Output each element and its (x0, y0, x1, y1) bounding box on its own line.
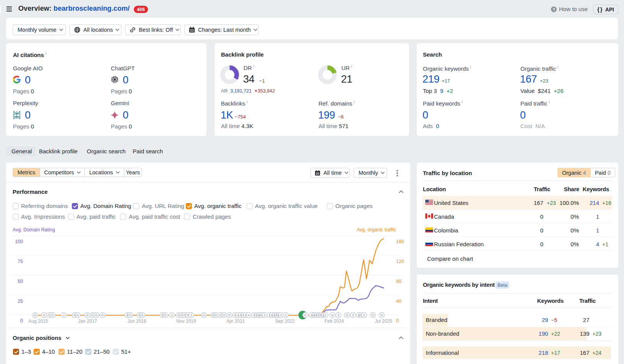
svg-text:160: 160 (396, 239, 404, 244)
svg-text:2: 2 (284, 313, 286, 317)
svg-text:Sep 2022: Sep 2022 (275, 318, 295, 324)
svg-text:C: C (177, 313, 180, 317)
svg-text:40: 40 (396, 299, 401, 304)
svg-text:2: 2 (126, 313, 128, 317)
svg-text:Apr 2021: Apr 2021 (226, 318, 245, 324)
svg-text:C: C (91, 313, 94, 317)
svg-text:1: 1 (269, 313, 271, 317)
svg-text:50: 50 (18, 279, 23, 284)
svg-text:3: 3 (337, 313, 339, 317)
svg-text:2: 2 (363, 313, 365, 317)
svg-text:2: 2 (171, 313, 172, 317)
svg-text:C: C (234, 313, 237, 317)
svg-text:75: 75 (18, 259, 23, 264)
svg-text:C: C (48, 313, 51, 317)
svg-text:G: G (34, 313, 36, 317)
svg-text:G: G (304, 313, 307, 317)
svg-text:C: C (360, 313, 362, 317)
svg-text:G: G (76, 313, 79, 317)
svg-text:2: 2 (352, 313, 354, 317)
svg-text:G: G (380, 313, 383, 317)
svg-text:2: 2 (325, 313, 327, 317)
svg-text:a: a (313, 313, 315, 317)
svg-text:2: 2 (245, 313, 247, 317)
svg-text:1: 1 (273, 313, 275, 317)
svg-text:1: 1 (242, 313, 244, 317)
svg-text:Jul 2025: Jul 2025 (375, 318, 392, 324)
svg-text:G: G (141, 313, 143, 317)
svg-text:2: 2 (263, 313, 265, 317)
svg-text:G: G (223, 313, 225, 317)
svg-text:2: 2 (63, 313, 65, 317)
svg-text:G: G (202, 313, 205, 317)
svg-text:G: G (228, 313, 231, 317)
svg-text:G: G (372, 313, 374, 317)
svg-text:Jan 2017: Jan 2017 (78, 318, 97, 324)
svg-text:G: G (51, 313, 54, 317)
svg-text:a: a (332, 313, 333, 317)
svg-text:120: 120 (396, 259, 404, 264)
svg-text:Feb 2024: Feb 2024 (325, 318, 344, 324)
svg-text:C: C (219, 313, 222, 317)
svg-text:C: C (184, 313, 186, 317)
svg-text:G: G (164, 313, 166, 317)
svg-text:a: a (271, 313, 273, 317)
svg-text:Aug 2015: Aug 2015 (28, 318, 48, 324)
svg-text:G: G (128, 313, 131, 317)
svg-text:0: 0 (20, 318, 23, 323)
svg-text:80: 80 (396, 279, 401, 284)
svg-text:C: C (187, 313, 189, 317)
svg-text:Jun 2018: Jun 2018 (127, 318, 146, 324)
svg-text:G: G (214, 313, 217, 317)
svg-text:Nov 2019: Nov 2019 (176, 318, 196, 324)
svg-text:a: a (311, 313, 313, 317)
svg-text:3: 3 (253, 313, 255, 317)
svg-text:5: 5 (240, 313, 242, 317)
svg-text:a: a (237, 313, 239, 317)
svg-text:a: a (258, 313, 260, 317)
svg-text:a: a (358, 313, 360, 317)
svg-text:2: 2 (280, 313, 282, 317)
svg-text:2: 2 (190, 313, 192, 317)
svg-text:C: C (180, 313, 183, 317)
svg-text:100: 100 (15, 239, 23, 244)
svg-text:G: G (346, 313, 348, 317)
svg-text:G: G (42, 313, 45, 317)
svg-text:G: G (95, 313, 98, 317)
svg-text:G: G (101, 313, 104, 317)
svg-text:25: 25 (18, 299, 23, 304)
svg-text:1: 1 (278, 313, 280, 317)
svg-text:0: 0 (396, 318, 399, 323)
svg-text:C: C (260, 313, 263, 317)
svg-text:a: a (248, 313, 250, 317)
svg-text:G: G (86, 313, 88, 317)
